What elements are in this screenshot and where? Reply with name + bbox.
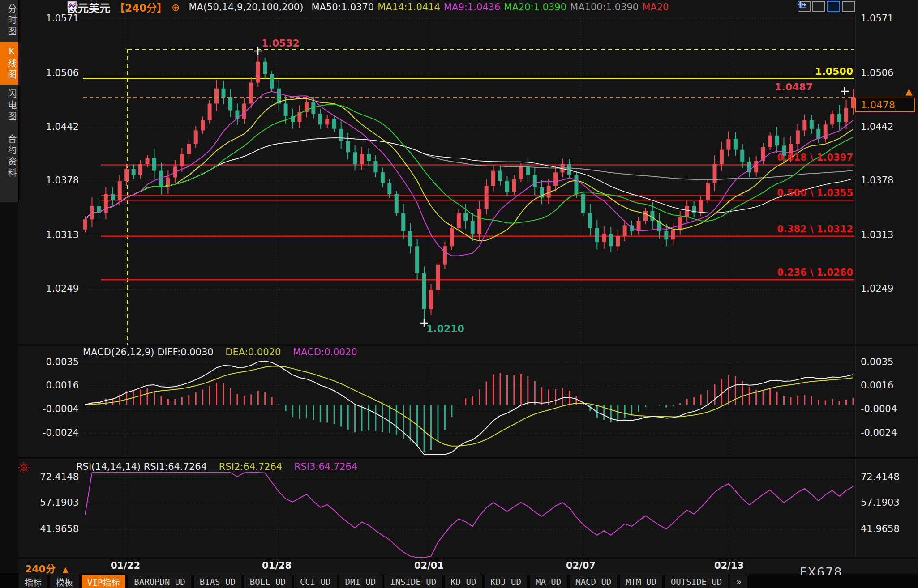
rsi-title: RSI(14,14,14) RSI1:64.7264	[76, 461, 207, 472]
date-label: 02/07	[566, 560, 596, 571]
period-up-arrow-icon: ▲	[63, 565, 69, 574]
tab-模板[interactable]: 模板	[50, 575, 79, 588]
price-axis-label-left: 1.0378	[39, 175, 79, 186]
tab--[interactable]: »	[730, 575, 747, 588]
fib-level-label: 0.618 \ 1.0397	[719, 152, 853, 163]
tab-macd-ud[interactable]: MACD_UD	[570, 575, 617, 588]
price-axis-label-right: 1.0249	[861, 283, 914, 294]
rsi-header: RSI(14,14,14) RSI1:64.7264 RSI2:64.7264 …	[76, 461, 366, 472]
sidebar-item-lightning[interactable]: 闪电图	[0, 85, 18, 127]
price-axis-label-right: 1.0506	[861, 68, 914, 78]
swing-high-label: 1.0532	[262, 38, 300, 49]
rsi-axis-label-left: 41.9658	[27, 524, 79, 534]
tab-bias-ud[interactable]: BIAS_UD	[194, 575, 241, 588]
chart-toolbar	[798, 1, 855, 12]
macd-axis-label-right: 0.0035	[861, 357, 914, 367]
tab-cci-ud[interactable]: CCI_UD	[294, 575, 337, 588]
bottom-period-badge[interactable]: 240分 ▲	[25, 561, 69, 575]
price-axis-label-left: 1.0442	[39, 121, 79, 132]
tab-kd-ud[interactable]: KD_UD	[445, 575, 482, 588]
ma-value-0: MA50:1.0370	[311, 2, 374, 13]
fib-level-label: 0.500 \ 1.0355	[719, 187, 853, 198]
ma-value-1: MA14:1.0414	[377, 2, 440, 13]
sidebar: 分时图 K线图 闪电图 合约资料	[0, 0, 19, 202]
price-axis-label-right: 1.0313	[861, 230, 914, 240]
date-label: 01/22	[111, 560, 140, 571]
macd-macd-value: MACD:0.0020	[293, 347, 357, 358]
rsi-axis-label-left: 57.1903	[27, 497, 79, 508]
rsi-axis-label-right: 72.4148	[861, 472, 914, 482]
rsi3-value: RSI3:64.7264	[294, 461, 357, 472]
tab-boll-ud[interactable]: BOLL_UD	[244, 575, 292, 588]
recent-high-label: 1.0487	[734, 81, 813, 93]
price-axis-label-left: 1.0249	[39, 283, 79, 294]
tab-barupdn-ud[interactable]: BARUPDN_UD	[128, 575, 191, 588]
price-axis-label-right: 1.0378	[861, 175, 914, 186]
macd-axis-label-left: 0.0016	[27, 380, 79, 391]
ma-value-5: MA20	[642, 2, 669, 13]
date-label: 02/13	[714, 560, 744, 571]
tab-outside-ud[interactable]: OUTSIDE_UD	[665, 575, 728, 588]
alarm-circle-icon[interactable]: ⊕	[172, 2, 180, 13]
macd-axis-label-left: -0.0024	[27, 427, 79, 438]
ma-value-3: MA20:1.0390	[504, 2, 566, 13]
rsi-axis-label-right: 57.1903	[861, 497, 914, 508]
tab-ma-ud[interactable]: MA_UD	[530, 575, 567, 588]
macd-title: MACD(26,12,9) DIFF:0.0030	[83, 347, 214, 358]
tab-inside-ud[interactable]: INSIDE_UD	[384, 575, 442, 588]
chart-header: 欧元美元 【240分】 ⊕ MA(50,14,9,20,100,200) MA5…	[67, 1, 669, 13]
sidebar-item-timeshare[interactable]: 分时图	[0, 0, 18, 42]
date-label: 02/01	[414, 560, 444, 571]
chart-app: 分时图 K线图 闪电图 合约资料 欧元美元 【240分】 ⊕ MA(50,14,…	[0, 0, 918, 588]
fib-level-label: 0.236 \ 1.0260	[719, 267, 853, 278]
ma-value-4: MA100:1.0390	[570, 2, 639, 13]
price-axis-label-left: 1.0506	[39, 68, 79, 78]
price-up-arrow-icon: ▲	[905, 86, 912, 97]
axes-scale-icon[interactable]	[812, 1, 825, 12]
tab-vip指标[interactable]: VIP指标	[82, 575, 125, 588]
macd-header: MACD(26,12,9) DIFF:0.0030 DEA:0.0020 MAC…	[83, 347, 366, 358]
rsi-axis-label-right: 41.9658	[861, 524, 914, 534]
sidebar-lower-strip	[0, 202, 18, 575]
date-label: 01/28	[262, 560, 292, 571]
macd-axis-label-right: -0.0024	[861, 427, 914, 438]
tab-kdj-ud[interactable]: KDJ_UD	[485, 575, 527, 588]
axes-zoom-icon-selected[interactable]	[827, 1, 840, 12]
macd-axis-label-right: 0.0016	[861, 380, 914, 391]
yellow-level-label: 1.0500	[781, 66, 853, 77]
ma-value-2: MA9:1.0436	[444, 2, 500, 13]
rsi-axis-label-left: 72.4148	[27, 472, 79, 482]
tab-dmi-ud[interactable]: DMI_UD	[339, 575, 382, 588]
current-price-box: 1.0478	[855, 98, 915, 112]
ma-values: MA50:1.0370MA14:1.0414MA9:1.0436MA20:1.0…	[308, 2, 669, 13]
price-axis-label-right: 1.0442	[861, 121, 914, 132]
period-label: 【240分】	[115, 0, 167, 15]
sidebar-item-kline[interactable]: K线图	[0, 42, 18, 85]
macd-axis-label-right: -0.0004	[861, 404, 914, 414]
fib-level-label: 0.382 \ 1.0312	[719, 224, 853, 234]
axis-shift-icon[interactable]	[842, 1, 855, 12]
tab-指标[interactable]: 指标	[19, 575, 47, 588]
swing-low-label: 1.0210	[426, 323, 464, 334]
price-axis-label-left: 1.0571	[39, 13, 79, 24]
sidebar-item-contract-info[interactable]: 合约资料	[0, 130, 18, 183]
tab-mtm-ud[interactable]: MTM_UD	[620, 575, 662, 588]
price-axis-label-left: 1.0313	[39, 230, 79, 240]
rsi2-value: RSI2:64.7264	[219, 461, 282, 472]
indicator-tabbar: 指标模板VIP指标BARUPDN_UDBIAS_UDBOLL_UDCCI_UDD…	[0, 575, 918, 588]
ma-settings-label: MA(50,14,9,20,100,200)	[189, 2, 303, 13]
price-axis-label-right: 1.0571	[861, 13, 914, 24]
macd-axis-label-left: -0.0004	[27, 404, 79, 414]
macd-axis-label-left: 0.0035	[27, 357, 79, 367]
macd-dea-value: DEA:0.0020	[225, 347, 281, 358]
